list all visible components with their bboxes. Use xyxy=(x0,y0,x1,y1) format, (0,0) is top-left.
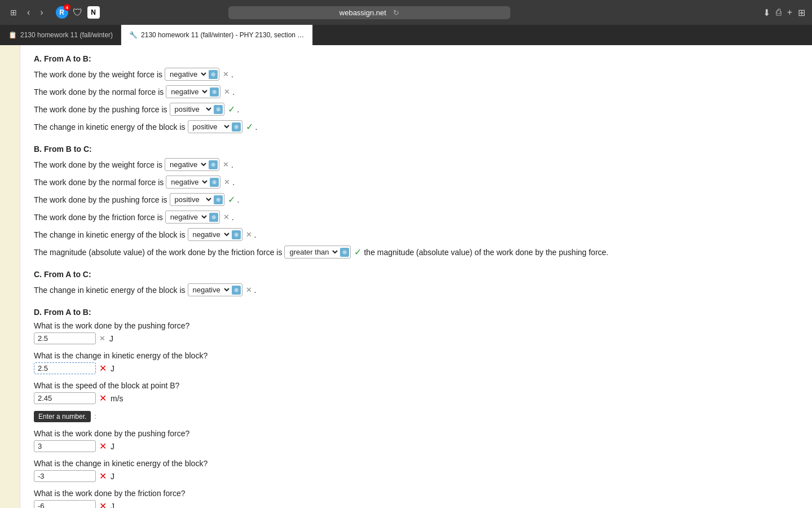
browser-icons: ⬇ ⎙ + ⊞ xyxy=(763,7,805,18)
section-b-magnitude-line: The magnitude (absolute value) of the wo… xyxy=(34,246,798,259)
tab1-title: 2130 homework 11 (fall/winter) xyxy=(20,31,113,39)
d-sub1-input[interactable] xyxy=(34,332,96,344)
d-sub3-input[interactable] xyxy=(34,392,96,404)
a-weight-arrow[interactable]: ⊕ xyxy=(209,70,218,79)
url-bar[interactable]: webassign.net ↻ xyxy=(228,6,510,19)
section-d: D. From A to B: What is the work done by… xyxy=(34,308,798,508)
browser-chrome: ⊞ ‹ › R 4 🛡 N webassign.net ↻ ⬇ ⎙ + ⊞ xyxy=(0,0,812,25)
d-sub6-x-icon[interactable]: ✕ xyxy=(99,501,107,508)
tabs-icon[interactable]: ⊞ xyxy=(798,7,805,18)
a-ke-select[interactable]: positivenegativezero xyxy=(189,121,231,132)
b-weight-select[interactable]: negativepositivezero xyxy=(166,159,208,170)
b-normal-select[interactable]: negativepositivezero xyxy=(167,177,209,187)
b-ke-dropdown[interactable]: negativepositivezero ⊕ xyxy=(188,228,242,241)
browser-controls: ⊞ ‹ › xyxy=(7,6,47,19)
d-sub4-input[interactable] xyxy=(34,440,96,452)
b-normal-arrow[interactable]: ⊕ xyxy=(210,178,219,187)
section-c: C. From A to C: The change in kinetic en… xyxy=(34,270,798,296)
d-sub1-answer: ✕ J xyxy=(34,332,798,344)
d-sub2-question: What is the change in kinetic energy of … xyxy=(34,351,798,360)
b-friction-arrow[interactable]: ⊕ xyxy=(209,213,218,222)
a-weight-dropdown[interactable]: negativepositivezero ⊕ xyxy=(165,68,219,81)
c-ke-text: The change in kinetic energy of the bloc… xyxy=(34,286,186,295)
b-magnitude-arrow[interactable]: ⊕ xyxy=(340,248,349,257)
b-magnitude-check-icon: ✓ xyxy=(354,247,361,257)
a-normal-x-icon[interactable]: ✕ xyxy=(224,87,230,96)
d-sub3-answer: ✕ m/s xyxy=(34,392,798,404)
b-magnitude-prefix: The magnitude (absolute value) of the wo… xyxy=(34,248,282,257)
d-sub6-unit: J xyxy=(111,502,114,509)
b-ke-select[interactable]: negativepositivezero xyxy=(189,229,231,240)
d-sub4-x-icon[interactable]: ✕ xyxy=(99,441,107,452)
b-normal-x-icon[interactable]: ✕ xyxy=(224,178,230,186)
d-sub5-unit: J xyxy=(111,472,114,481)
a-weight-text: The work done by the weight force is xyxy=(34,70,162,79)
a-pushing-check-icon: ✓ xyxy=(228,104,235,115)
b-ke-arrow[interactable]: ⊕ xyxy=(232,230,241,239)
b-weight-text: The work done by the weight force is xyxy=(34,160,162,169)
d-sub2-unit: J xyxy=(111,364,114,373)
section-c-line-1: The change in kinetic energy of the bloc… xyxy=(34,283,798,296)
c-ke-select[interactable]: negativepositivezero xyxy=(189,284,231,295)
b-friction-text: The work done by the friction force is xyxy=(34,213,163,222)
b-pushing-select[interactable]: positivenegativezero xyxy=(171,194,213,205)
a-weight-x-icon[interactable]: ✕ xyxy=(223,70,229,78)
c-ke-arrow[interactable]: ⊕ xyxy=(232,286,241,295)
d-sub2-input[interactable] xyxy=(34,362,96,374)
a-pushing-dropdown[interactable]: positivenegativezero ⊕ xyxy=(170,103,224,116)
tab2-title: 2130 homework 11 (fall/winter) - PHY 213… xyxy=(141,31,304,39)
b-pushing-check-icon: ✓ xyxy=(228,194,235,205)
back-button[interactable]: ‹ xyxy=(24,6,33,19)
c-ke-dropdown[interactable]: negativepositivezero ⊕ xyxy=(188,283,242,296)
notion-icon[interactable]: N xyxy=(87,6,100,19)
shield-icon[interactable]: 🛡 xyxy=(73,7,83,19)
b-friction-select[interactable]: negativepositivezero xyxy=(167,212,209,222)
a-weight-select[interactable]: negativepositivezero xyxy=(166,69,208,80)
a-ke-text: The change in kinetic energy of the bloc… xyxy=(34,122,186,132)
forward-button[interactable]: › xyxy=(37,6,46,19)
share-icon[interactable]: ⎙ xyxy=(776,7,782,17)
d-sub1-unit: J xyxy=(109,334,113,343)
d-sub2-x-icon[interactable]: ✕ xyxy=(99,363,107,374)
tab-1[interactable]: 📋 2130 homework 11 (fall/winter) xyxy=(0,25,121,45)
a-ke-arrow[interactable]: ⊕ xyxy=(232,122,241,132)
a-ke-check-icon: ✓ xyxy=(246,121,253,132)
b-pushing-text: The work done by the pushing force is xyxy=(34,195,167,204)
r-extension-icon[interactable]: R 4 xyxy=(56,6,68,19)
b-magnitude-select[interactable]: greater thanless thanequal to xyxy=(286,247,339,257)
download-icon[interactable]: ⬇ xyxy=(763,7,770,18)
d-sub4-question: What is the work done by the pushing for… xyxy=(34,429,798,438)
sidebar-toggle-button[interactable]: ⊞ xyxy=(7,7,20,18)
d-sub3-x-icon[interactable]: ✕ xyxy=(99,393,107,404)
a-ke-dropdown[interactable]: positivenegativezero ⊕ xyxy=(188,120,242,133)
d-sub5-input[interactable] xyxy=(34,470,96,482)
b-pushing-dropdown[interactable]: positivenegativezero ⊕ xyxy=(170,193,224,206)
b-normal-dropdown[interactable]: negativepositivezero ⊕ xyxy=(166,176,220,189)
a-pushing-select[interactable]: positivenegativezero xyxy=(171,104,213,115)
b-weight-dropdown[interactable]: negativepositivezero ⊕ xyxy=(165,158,219,171)
d-sub3-unit: m/s xyxy=(111,394,123,403)
reload-icon[interactable]: ↻ xyxy=(393,8,399,17)
b-friction-x-icon[interactable]: ✕ xyxy=(223,213,230,221)
a-normal-select[interactable]: negativepositivezero xyxy=(167,86,209,97)
d-sub1-x-icon[interactable]: ✕ xyxy=(99,334,105,343)
d-sub6: What is the work done by the friction fo… xyxy=(34,489,798,508)
d-sub3-question: What is the speed of the block at point … xyxy=(34,381,798,390)
b-weight-arrow[interactable]: ⊕ xyxy=(209,160,218,169)
b-friction-dropdown[interactable]: negativepositivezero ⊕ xyxy=(165,211,220,224)
d-sub6-input[interactable] xyxy=(34,500,96,508)
a-pushing-arrow[interactable]: ⊕ xyxy=(214,105,223,114)
c-ke-x-icon[interactable]: ✕ xyxy=(246,286,252,294)
b-magnitude-dropdown[interactable]: greater thanless thanequal to ⊕ xyxy=(284,246,351,259)
tab-2[interactable]: 🔧 2130 homework 11 (fall/winter) - PHY 2… xyxy=(121,25,313,45)
new-tab-icon[interactable]: + xyxy=(787,7,792,17)
section-c-heading: C. From A to C: xyxy=(34,270,798,279)
a-normal-dropdown[interactable]: negativepositivezero ⊕ xyxy=(166,85,220,98)
d-sub6-question: What is the work done by the friction fo… xyxy=(34,489,798,498)
d-error-x-icon[interactable]: : xyxy=(94,412,96,421)
b-weight-x-icon[interactable]: ✕ xyxy=(223,160,229,169)
b-ke-x-icon[interactable]: ✕ xyxy=(246,230,252,239)
b-pushing-arrow[interactable]: ⊕ xyxy=(214,195,223,204)
a-normal-arrow[interactable]: ⊕ xyxy=(210,87,219,97)
d-sub5-x-icon[interactable]: ✕ xyxy=(99,471,107,481)
